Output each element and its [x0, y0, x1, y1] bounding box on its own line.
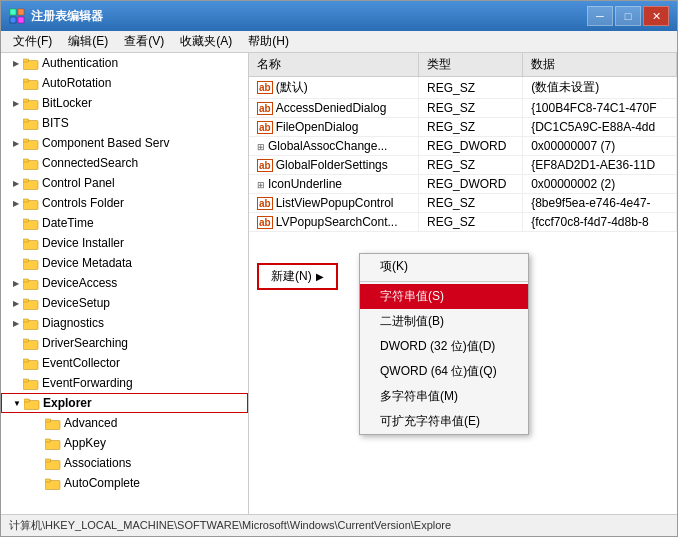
reg-name: abFileOpenDialog — [249, 118, 419, 137]
tree-arrow-icon: ▶ — [9, 296, 23, 310]
svg-rect-23 — [23, 239, 29, 242]
reg-name: abListViewPopupControl — [249, 194, 419, 213]
tree-item-label: Diagnostics — [42, 316, 104, 330]
new-button[interactable]: 新建(N) ▶ — [257, 263, 338, 290]
reg-ab-icon: ab — [257, 216, 273, 229]
table-row[interactable]: ab(默认) REG_SZ (数值未设置) — [249, 77, 677, 99]
menu-edit[interactable]: 编辑(E) — [60, 31, 116, 52]
tree-arrow-icon — [9, 236, 23, 250]
tree-item[interactable]: Advanced — [1, 413, 248, 433]
svg-rect-25 — [23, 259, 29, 262]
new-button-label: 新建(N) — [271, 268, 312, 285]
menu-file[interactable]: 文件(F) — [5, 31, 60, 52]
tree-item[interactable]: ▶ Component Based Serv — [1, 133, 248, 153]
context-menu-item[interactable]: 可扩充字符串值(E) — [360, 409, 528, 434]
tree-item[interactable]: ▶ DeviceSetup — [1, 293, 248, 313]
tree-arrow-icon — [9, 216, 23, 230]
context-menu-separator — [360, 281, 528, 282]
table-row[interactable]: abLVPopupSearchCont... REG_SZ {fccf70c8-… — [249, 213, 677, 232]
svg-rect-1 — [18, 9, 24, 15]
tree-item[interactable]: Device Installer — [1, 233, 248, 253]
tree-item[interactable]: BITS — [1, 113, 248, 133]
tree-arrow-icon — [9, 76, 23, 90]
tree-item[interactable]: ▶ Diagnostics — [1, 313, 248, 333]
tree-item[interactable]: ▼ Explorer — [1, 393, 248, 413]
table-row[interactable]: ⊞GlobalAssocChange... REG_DWORD 0x000000… — [249, 137, 677, 156]
reg-data: 0x00000002 (2) — [523, 175, 677, 194]
reg-dword-icon: ⊞ — [257, 180, 265, 190]
svg-rect-2 — [10, 17, 16, 23]
reg-data: {fccf70c8-f4d7-4d8b-8 — [523, 213, 677, 232]
folder-icon — [45, 457, 61, 470]
tree-item[interactable]: ▶ DeviceAccess — [1, 273, 248, 293]
tree-panel[interactable]: ▶ Authentication AutoRotation▶ BitLocker… — [1, 53, 249, 514]
reg-name: ⊞IconUnderline — [249, 175, 419, 194]
tree-item-label: ConnectedSearch — [42, 156, 138, 170]
svg-rect-11 — [23, 119, 29, 122]
tree-item[interactable]: Associations — [1, 453, 248, 473]
menu-help[interactable]: 帮助(H) — [240, 31, 297, 52]
reg-data: {DC1C5A9C-E88A-4dd — [523, 118, 677, 137]
reg-type: REG_DWORD — [419, 175, 523, 194]
tree-arrow-icon — [9, 376, 23, 390]
menu-view[interactable]: 查看(V) — [116, 31, 172, 52]
tree-item[interactable]: ▶ Control Panel — [1, 173, 248, 193]
tree-arrow-icon: ▶ — [9, 136, 23, 150]
folder-icon — [23, 137, 39, 150]
folder-icon — [23, 197, 39, 210]
reg-ab-icon: ab — [257, 81, 273, 94]
table-row[interactable]: abListViewPopupControl REG_SZ {8be9f5ea-… — [249, 194, 677, 213]
svg-rect-5 — [23, 59, 29, 62]
tree-item[interactable]: ▶ Authentication — [1, 53, 248, 73]
tree-item-label: Explorer — [43, 396, 92, 410]
tree-item-label: Component Based Serv — [42, 136, 169, 150]
table-row[interactable]: abAccessDeniedDialog REG_SZ {100B4FC8-74… — [249, 99, 677, 118]
context-menu-item[interactable]: 二进制值(B) — [360, 309, 528, 334]
close-button[interactable]: ✕ — [643, 6, 669, 26]
folder-icon — [23, 337, 39, 350]
tree-item[interactable]: ▶ BitLocker — [1, 93, 248, 113]
folder-icon — [45, 437, 61, 450]
minimize-button[interactable]: ─ — [587, 6, 613, 26]
svg-rect-47 — [45, 479, 51, 482]
context-menu-item[interactable]: 多字符串值(M) — [360, 384, 528, 409]
tree-arrow-icon — [9, 116, 23, 130]
tree-item[interactable]: DateTime — [1, 213, 248, 233]
maximize-button[interactable]: □ — [615, 6, 641, 26]
context-menu-item[interactable]: 项(K) — [360, 254, 528, 279]
menu-favorites[interactable]: 收藏夹(A) — [172, 31, 240, 52]
svg-rect-27 — [23, 279, 29, 282]
table-row[interactable]: abGlobalFolderSettings REG_SZ {EF8AD2D1-… — [249, 156, 677, 175]
tree-item[interactable]: ConnectedSearch — [1, 153, 248, 173]
tree-item-label: AutoComplete — [64, 476, 140, 490]
tree-item[interactable]: DriverSearching — [1, 333, 248, 353]
status-text: 计算机\HKEY_LOCAL_MACHINE\SOFTWARE\Microsof… — [9, 519, 451, 531]
context-menu-item[interactable]: 字符串值(S) — [360, 284, 528, 309]
table-row[interactable]: ⊞IconUnderline REG_DWORD 0x00000002 (2) — [249, 175, 677, 194]
window-title: 注册表编辑器 — [31, 8, 103, 25]
tree-item[interactable]: AutoRotation — [1, 73, 248, 93]
context-menu-item[interactable]: DWORD (32 位)值(D) — [360, 334, 528, 359]
tree-arrow-icon — [9, 156, 23, 170]
tree-item[interactable]: EventCollector — [1, 353, 248, 373]
tree-arrow-icon — [31, 436, 45, 450]
tree-arrow-icon: ▶ — [9, 316, 23, 330]
tree-item[interactable]: AppKey — [1, 433, 248, 453]
tree-item[interactable]: AutoComplete — [1, 473, 248, 493]
tree-item[interactable]: Device Metadata — [1, 253, 248, 273]
tree-item[interactable]: EventForwarding — [1, 373, 248, 393]
tree-item-label: Control Panel — [42, 176, 115, 190]
table-row[interactable]: abFileOpenDialog REG_SZ {DC1C5A9C-E88A-4… — [249, 118, 677, 137]
reg-name: abAccessDeniedDialog — [249, 99, 419, 118]
folder-icon — [23, 277, 39, 290]
context-menu-item[interactable]: QWORD (64 位)值(Q) — [360, 359, 528, 384]
svg-rect-19 — [23, 199, 29, 202]
tree-item-label: DeviceSetup — [42, 296, 110, 310]
reg-ab-icon: ab — [257, 102, 273, 115]
svg-rect-9 — [23, 99, 29, 102]
reg-type: REG_DWORD — [419, 137, 523, 156]
tree-arrow-icon: ▶ — [9, 276, 23, 290]
folder-icon — [23, 257, 39, 270]
tree-item[interactable]: ▶ Controls Folder — [1, 193, 248, 213]
tree-item-label: DriverSearching — [42, 336, 128, 350]
